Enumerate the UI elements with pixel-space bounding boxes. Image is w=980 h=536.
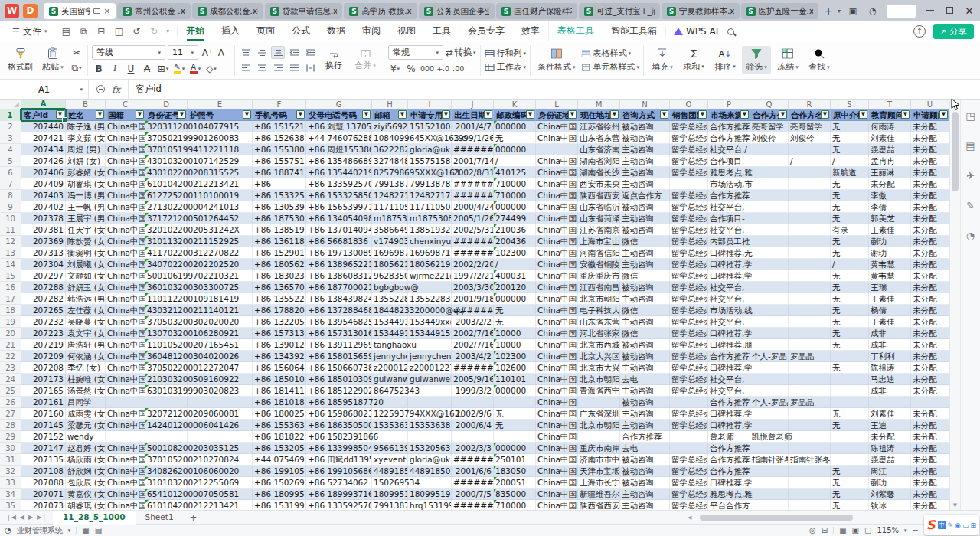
menu-tab-数据[interactable]: 数据 xyxy=(318,21,354,41)
align-left-button[interactable] xyxy=(239,61,253,74)
cell[interactable]: China中国 xyxy=(536,397,578,408)
cell[interactable]: xyevents@ xyxy=(372,454,408,466)
cell[interactable]: 327484864 xyxy=(372,155,408,167)
filter-dropdown-icon[interactable]: ▼ xyxy=(484,110,492,119)
cell[interactable]: 西安市未央 xyxy=(578,178,620,190)
cell[interactable]: 被动咨询 xyxy=(620,201,670,213)
cell[interactable]: ######## xyxy=(452,454,494,466)
cell[interactable]: 411702200312270822 xyxy=(145,247,188,259)
cell[interactable]: 杨倩 xyxy=(869,305,911,316)
cell[interactable] xyxy=(789,270,831,282)
cell[interactable] xyxy=(789,282,831,293)
horizontal-scroll-thumb[interactable] xyxy=(700,515,853,521)
cell[interactable]: +86 15263810 xyxy=(253,132,306,144)
filter-header-cell[interactable]: 销售团队▼ xyxy=(670,109,708,121)
percent-format-button[interactable]: % xyxy=(404,62,418,75)
thousand-separator-button[interactable]: 000 xyxy=(420,64,434,73)
cell[interactable]: 主动咨询 xyxy=(620,489,670,500)
cell[interactable]: 274499 xyxy=(494,213,536,224)
cell[interactable]: wendy xyxy=(66,431,106,443)
cell[interactable]: 罗晶晶 xyxy=(789,351,831,362)
cell[interactable]: 去电 xyxy=(620,374,670,385)
filter-dropdown-icon[interactable]: ▼ xyxy=(136,110,144,119)
cell[interactable] xyxy=(106,431,145,443)
cell[interactable]: 无 xyxy=(831,201,869,213)
cell[interactable]: 250101 xyxy=(494,454,536,466)
cell[interactable]: 无 xyxy=(831,316,869,328)
cell[interactable]: ######## xyxy=(452,178,494,190)
cell[interactable]: 未分配 xyxy=(911,500,949,510)
cell[interactable]: 杨欣雨 (女 xyxy=(66,454,106,466)
cell[interactable]: 衡琬明 (女 xyxy=(66,247,106,259)
cell[interactable]: 400031 xyxy=(494,270,536,282)
cell[interactable]: 135522836 xyxy=(408,293,452,305)
cell[interactable] xyxy=(789,178,831,190)
cell[interactable]: 合作方推荐- xyxy=(708,397,750,408)
filter-dropdown-icon[interactable]: ▼ xyxy=(821,110,829,119)
cell[interactable]: China中国 xyxy=(536,339,578,351)
cell[interactable]: 180995191 xyxy=(372,489,408,500)
cell[interactable]: 362228235 xyxy=(372,144,408,155)
cell[interactable]: China中国 xyxy=(106,454,145,466)
cell[interactable]: 河南省信阳 xyxy=(578,247,620,259)
filter-header-cell[interactable]: 国籍▼ xyxy=(106,109,145,121)
pen-icon[interactable]: ✎ xyxy=(948,521,954,529)
cell[interactable]: +86 18595187720 xyxy=(306,397,372,408)
account-area[interactable] xyxy=(887,5,916,18)
cell[interactable]: 未分配 xyxy=(911,305,949,316)
cell[interactable]: 102300 xyxy=(494,351,536,362)
cell[interactable]: 无 xyxy=(831,466,869,477)
cell[interactable]: 被动咨询 xyxy=(620,351,670,362)
row-number-2[interactable]: 2 xyxy=(0,121,21,132)
row-number-33[interactable]: 33 xyxy=(0,477,21,489)
cell[interactable]: 合作方推荐 xyxy=(708,466,750,477)
cell[interactable] xyxy=(789,385,831,397)
cell[interactable]: 无 xyxy=(831,328,869,339)
decrease-decimal-button[interactable]: .00 xyxy=(452,64,465,73)
cell[interactable]: 207071 xyxy=(21,489,66,500)
row-number-30[interactable]: 30 xyxy=(0,443,21,454)
cell[interactable] xyxy=(670,443,708,454)
edit-icon[interactable]: ✎ xyxy=(966,200,975,211)
cell[interactable]: China中国 xyxy=(106,466,145,477)
cell[interactable]: 358664913 xyxy=(372,224,408,236)
row-number-13[interactable]: 13 xyxy=(0,247,21,259)
cell[interactable] xyxy=(750,385,789,397)
cell[interactable]: 10000 xyxy=(494,328,536,339)
cell[interactable]: 18448233200000@qq xyxy=(372,305,408,316)
cell[interactable]: China中国 xyxy=(536,178,578,190)
cell[interactable]: 广东省深圳 xyxy=(578,408,620,420)
cut-button[interactable]: ✂ xyxy=(70,46,83,59)
cell[interactable] xyxy=(750,270,789,282)
cell[interactable]: 社交平台, xyxy=(708,293,750,305)
cell[interactable]: China中国 xyxy=(536,385,578,397)
cell[interactable]: +86 13657006 xyxy=(253,282,306,293)
grid-icon[interactable]: ⊞ xyxy=(970,521,976,529)
system-label[interactable]: 业财管理系统 xyxy=(17,525,63,536)
share-button[interactable]: ↗ 分享 xyxy=(933,24,974,39)
cell[interactable]: 无 xyxy=(831,420,869,431)
cell[interactable]: +86 15538019 xyxy=(253,144,306,155)
cell[interactable]: 未分配 xyxy=(911,132,949,144)
cell[interactable]: 207223 xyxy=(21,328,66,339)
row-number-32[interactable]: 32 xyxy=(0,466,21,477)
cell[interactable]: 王素佳 xyxy=(869,293,911,305)
cell[interactable]: 有录 xyxy=(831,224,869,236)
cell[interactable]: 183050 xyxy=(494,466,536,477)
cell[interactable]: 962835011 xyxy=(372,270,408,282)
cell[interactable]: 未分配 xyxy=(911,236,949,247)
cell[interactable]: 何依涵 (女 xyxy=(66,351,106,362)
cell[interactable] xyxy=(750,293,789,305)
cell[interactable]: 微信 xyxy=(620,305,670,316)
cell[interactable]: 周江 xyxy=(869,466,911,477)
align-right-button[interactable] xyxy=(271,61,285,74)
row-number-15[interactable]: 15 xyxy=(0,270,21,282)
cell[interactable] xyxy=(188,397,253,408)
cell[interactable]: China中国 xyxy=(536,213,578,224)
cell[interactable]: ######## xyxy=(452,236,494,247)
cell[interactable]: 合作项目- xyxy=(708,155,750,167)
cell[interactable] xyxy=(789,339,831,351)
cell[interactable]: +86 13901242 xyxy=(253,339,306,351)
send-icon[interactable]: ✈ xyxy=(966,170,975,181)
cell[interactable]: 被动咨询 xyxy=(620,397,670,408)
